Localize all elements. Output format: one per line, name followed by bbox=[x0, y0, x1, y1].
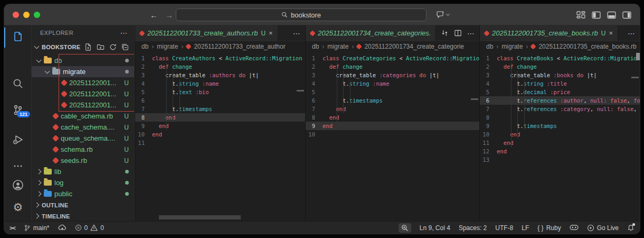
close-tab-icon[interactable]: × bbox=[609, 29, 613, 37]
new-folder-icon[interactable] bbox=[97, 43, 105, 51]
encoding-status[interactable]: UTF-8 bbox=[495, 224, 513, 232]
search-view-icon[interactable] bbox=[4, 74, 32, 93]
editor-more-actions-icon[interactable]: ⋯ bbox=[628, 29, 635, 38]
copilot-chat-button[interactable] bbox=[436, 4, 449, 25]
breadcrumb-file[interactable]: 20251122001734_create_categorie bbox=[364, 43, 464, 50]
tree-item-label: cache_schema.... bbox=[61, 123, 115, 131]
screencast-zoom-button[interactable] bbox=[399, 223, 411, 233]
overview-ruler-mark bbox=[631, 77, 639, 78]
ruby-file-icon bbox=[52, 124, 59, 131]
tree-item-lib[interactable]: lib bbox=[32, 166, 134, 177]
tree-item-log[interactable]: log bbox=[32, 177, 134, 188]
indent-guide bbox=[511, 62, 512, 147]
explorer-view-icon[interactable] bbox=[4, 28, 32, 47]
breadcrumb[interactable]: db›migrate›20251122001735_create_books.r… bbox=[480, 41, 640, 52]
collapse-all-icon[interactable] bbox=[121, 43, 129, 51]
eol-status[interactable]: LF bbox=[522, 224, 529, 232]
breadcrumb-item[interactable]: migrate bbox=[327, 43, 348, 50]
settings-gear-icon[interactable]: ⚙ bbox=[4, 198, 32, 217]
sync-changes-button[interactable] bbox=[58, 224, 67, 231]
toggle-secondary-sidebar-icon[interactable] bbox=[622, 11, 631, 19]
code-editor[interactable]: 1class CreateBooks < ActiveRecord::Migra… bbox=[480, 52, 640, 221]
git-untracked-badge: U bbox=[124, 102, 129, 109]
code-editor[interactable]: 1class CreateAuthors < ActiveRecord::Mig… bbox=[135, 52, 305, 221]
line-content: end bbox=[323, 105, 346, 113]
run-debug-view-icon[interactable] bbox=[4, 130, 32, 149]
tree-item-migrate[interactable]: migrate bbox=[32, 66, 134, 77]
indent-guide bbox=[524, 79, 525, 130]
language-mode-status[interactable]: { } Ruby bbox=[537, 224, 561, 232]
editor-tab[interactable]: 20251122001733_create_authors.rbU× bbox=[135, 25, 278, 41]
tree-item-public[interactable]: public bbox=[32, 188, 134, 199]
code-line: 8 bbox=[480, 113, 640, 122]
toggle-primary-sidebar-icon[interactable] bbox=[592, 11, 601, 19]
code-line: 5 t.decimal :price bbox=[480, 88, 640, 96]
indentation-status[interactable]: Spaces: 2 bbox=[459, 224, 487, 232]
git-untracked-badge: U bbox=[124, 135, 129, 142]
code-line: 1class CreateAuthors < ActiveRecord::Mig… bbox=[135, 54, 305, 62]
go-live-button[interactable]: Go Live bbox=[587, 224, 619, 232]
tree-item-seeds-rb[interactable]: seeds.rbU bbox=[32, 155, 134, 166]
tree-item-cache-schema-[interactable]: cache_schema....U bbox=[32, 122, 134, 133]
breadcrumb-item[interactable]: db bbox=[312, 43, 319, 50]
breadcrumb-item[interactable]: migrate bbox=[157, 43, 178, 50]
section-outline[interactable]: OUTLINE bbox=[32, 199, 134, 210]
editor-tab[interactable]: 20251122001735_create_books.rbU× bbox=[480, 25, 618, 41]
tree-item-20251122001-[interactable]: 20251122001...U bbox=[32, 99, 134, 111]
zoom-window-button[interactable] bbox=[34, 12, 40, 18]
customize-layout-icon[interactable] bbox=[576, 11, 585, 19]
indent-guide bbox=[166, 62, 167, 130]
history-forward-icon[interactable]: → bbox=[165, 11, 173, 20]
vertical-scrollbar[interactable] bbox=[636, 53, 640, 60]
branch-icon bbox=[24, 224, 31, 232]
editor-actions: ⋯ bbox=[623, 25, 640, 41]
breadcrumb-file[interactable]: 20251122001735_create_books.rb bbox=[538, 43, 636, 50]
command-center-search[interactable]: bookstore bbox=[176, 8, 427, 21]
line-number: 2 bbox=[480, 62, 497, 71]
line-content: def change bbox=[323, 62, 363, 71]
project-section-title[interactable]: BOOKSTORE bbox=[42, 44, 80, 50]
git-branch-status[interactable]: main* bbox=[24, 224, 50, 232]
history-back-icon[interactable]: ← bbox=[150, 11, 158, 20]
tree-item-db[interactable]: db bbox=[32, 55, 134, 66]
source-control-view-icon[interactable]: 121 bbox=[4, 100, 32, 120]
toggle-panel-icon[interactable] bbox=[607, 11, 616, 19]
tree-item-schema-rb[interactable]: schema.rbU bbox=[32, 144, 134, 155]
explorer-more-icon[interactable]: ⋯ bbox=[120, 29, 128, 37]
refresh-icon[interactable] bbox=[109, 43, 117, 51]
breadcrumb[interactable]: db›migrate›20251122001734_create_categor… bbox=[306, 41, 479, 52]
indent-guide bbox=[179, 79, 180, 113]
notifications-bell-button[interactable] bbox=[627, 224, 634, 232]
account-icon[interactable] bbox=[4, 176, 32, 195]
notification-dot-badge bbox=[632, 223, 635, 226]
tree-item-queue-schema-[interactable]: queue_schema....U bbox=[32, 133, 134, 144]
split-editor-icon[interactable] bbox=[454, 29, 462, 37]
code-editor[interactable]: 1class CreateCategories < ActiveRecord::… bbox=[306, 52, 479, 221]
new-file-icon[interactable] bbox=[84, 43, 92, 51]
tree-item-20251122001-[interactable]: 20251122001...U bbox=[32, 77, 134, 88]
breadcrumb-item[interactable]: migrate bbox=[501, 43, 523, 50]
tree-item-20251122001-[interactable]: 20251122001...U bbox=[32, 88, 134, 99]
tree-item-cable-schema-rb[interactable]: cable_schema.rbU bbox=[32, 111, 134, 122]
git-untracked-badge: U bbox=[601, 30, 606, 37]
editor-tab[interactable]: 20251122001734_create_categories. bbox=[306, 25, 436, 41]
breadcrumb-item[interactable]: db bbox=[141, 43, 148, 50]
close-window-button[interactable] bbox=[13, 12, 19, 18]
remote-indicator[interactable]: >< bbox=[10, 225, 15, 231]
close-tab-icon[interactable]: × bbox=[269, 29, 273, 37]
open-changes-icon[interactable] bbox=[441, 29, 449, 37]
section-timeline[interactable]: TIMELINE bbox=[32, 210, 134, 221]
horizontal-scrollbar[interactable] bbox=[159, 215, 241, 219]
breadcrumb-item[interactable]: db bbox=[486, 43, 493, 50]
editor-more-actions-icon[interactable]: ⋯ bbox=[467, 29, 475, 38]
problems-status[interactable]: 0 0 bbox=[75, 224, 104, 232]
breadcrumb-file[interactable]: 20251122001733_create_author bbox=[194, 43, 285, 50]
breadcrumb[interactable]: db›migrate›20251122001733_create_author bbox=[135, 41, 305, 52]
cursor-position-status[interactable]: Ln 9, Col 4 bbox=[420, 224, 450, 232]
minimize-window-button[interactable] bbox=[23, 12, 30, 18]
more-views-icon[interactable] bbox=[4, 157, 32, 176]
line-number: 2 bbox=[306, 62, 323, 71]
folder-lib-icon bbox=[44, 169, 52, 175]
editor-more-actions-icon[interactable]: ⋯ bbox=[293, 29, 300, 38]
copilot-status-button[interactable] bbox=[570, 224, 579, 231]
